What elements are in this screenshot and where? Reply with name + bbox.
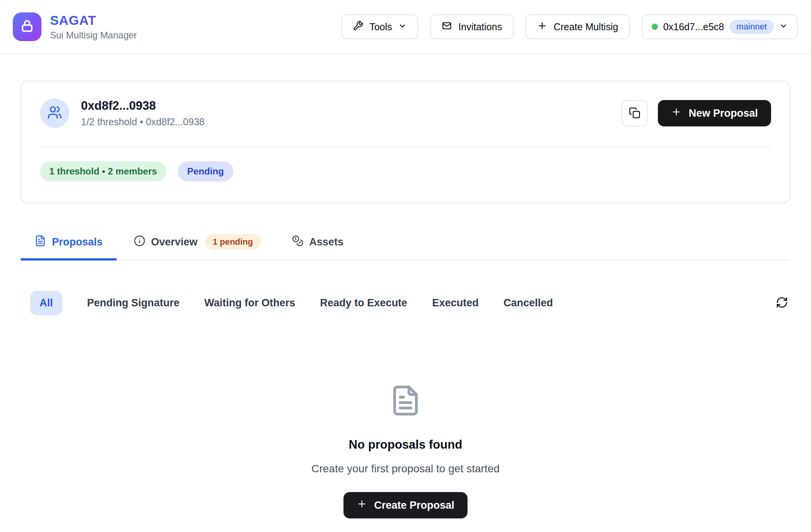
multisig-card-actions: New Proposal	[621, 100, 771, 126]
filter-cancelled[interactable]: Cancelled	[504, 297, 553, 309]
tab-assets-label: Assets	[309, 236, 344, 248]
chevron-down-icon	[398, 21, 407, 33]
refresh-icon	[776, 296, 788, 310]
tab-proposals-label: Proposals	[52, 236, 103, 248]
filter-pending-signature[interactable]: Pending Signature	[87, 297, 180, 309]
pending-count-badge: 1 pending	[205, 234, 261, 250]
multisig-subtitle: 1/2 threshold • 0xd8f2...0938	[81, 116, 205, 128]
app-header: SAGAT Sui Multisig Manager Tools I	[0, 0, 811, 54]
wallet-button[interactable]: 0x16d7...e5c8 mainnet	[642, 14, 798, 39]
empty-state: No proposals found Create your first pro…	[0, 380, 811, 518]
empty-state-title: No proposals found	[349, 438, 462, 452]
app-title: SAGAT	[50, 13, 137, 28]
connection-status-dot	[652, 24, 658, 30]
tab-overview[interactable]: Overview 1 pending	[120, 226, 275, 260]
filter-executed[interactable]: Executed	[432, 297, 479, 309]
app-tagline: Sui Multisig Manager	[50, 30, 137, 41]
refresh-button[interactable]	[773, 294, 790, 312]
header-actions: Tools Invitations Create Multisig 0x16d7…	[341, 14, 798, 39]
wallet-address: 0x16d7...e5c8	[663, 21, 724, 33]
app-logo	[13, 12, 41, 41]
users-icon	[47, 105, 62, 121]
proposal-filters: All Pending Signature Waiting for Others…	[21, 291, 790, 315]
filter-waiting-for-others[interactable]: Waiting for Others	[204, 297, 295, 309]
chevron-down-icon	[779, 21, 788, 33]
filter-all[interactable]: All	[30, 291, 62, 315]
lock-icon	[20, 19, 35, 35]
copy-address-button[interactable]	[621, 100, 648, 126]
create-proposal-label: Create Proposal	[374, 499, 454, 511]
mail-icon	[442, 21, 452, 33]
multisig-card-header: 0xd8f2...0938 1/2 threshold • 0xd8f2...0…	[40, 98, 771, 128]
tab-proposals[interactable]: Proposals	[21, 226, 117, 260]
multisig-title: 0xd8f2...0938	[81, 99, 205, 113]
tools-button[interactable]: Tools	[341, 14, 418, 39]
invitations-label: Invitations	[458, 21, 502, 33]
badge-row: 1 threshold • 2 members Pending	[40, 161, 771, 181]
copy-icon	[629, 107, 640, 120]
invitations-button[interactable]: Invitations	[430, 14, 514, 39]
document-icon	[389, 380, 422, 422]
new-proposal-button[interactable]: New Proposal	[658, 100, 771, 126]
tab-overview-label: Overview	[151, 236, 198, 248]
coins-icon	[292, 235, 304, 249]
brand-text: SAGAT Sui Multisig Manager	[50, 13, 137, 40]
tab-assets[interactable]: Assets	[278, 226, 358, 260]
filter-ready-to-execute[interactable]: Ready to Execute	[320, 297, 407, 309]
multisig-text: 0xd8f2...0938 1/2 threshold • 0xd8f2...0…	[81, 99, 205, 128]
wrench-icon	[353, 21, 363, 33]
membership-badge: 1 threshold • 2 members	[40, 161, 166, 181]
brand: SAGAT Sui Multisig Manager	[13, 12, 137, 41]
empty-state-subtitle: Create your first proposal to get starte…	[311, 463, 500, 475]
network-badge: mainnet	[730, 20, 774, 34]
file-text-icon	[35, 235, 46, 249]
avatar	[40, 98, 69, 128]
create-proposal-button[interactable]: Create Proposal	[343, 492, 468, 518]
info-icon	[134, 235, 145, 249]
create-multisig-label: Create Multisig	[554, 21, 618, 33]
status-badge: Pending	[178, 161, 233, 181]
multisig-card: 0xd8f2...0938 1/2 threshold • 0xd8f2...0…	[21, 81, 790, 203]
plus-icon	[671, 107, 682, 120]
create-multisig-button[interactable]: Create Multisig	[525, 14, 630, 39]
tab-bar: Proposals Overview 1 pending Assets	[21, 226, 790, 261]
multisig-identity: 0xd8f2...0938 1/2 threshold • 0xd8f2...0…	[40, 98, 205, 128]
new-proposal-label: New Proposal	[688, 107, 758, 119]
plus-icon	[537, 21, 547, 33]
card-divider	[40, 147, 771, 147]
tools-label: Tools	[369, 21, 392, 33]
plus-icon	[357, 499, 367, 512]
